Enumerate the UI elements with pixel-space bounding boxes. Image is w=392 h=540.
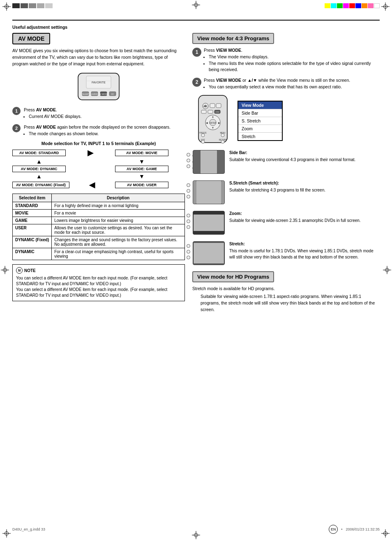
svg-rect-16	[210, 104, 215, 108]
menu-item-zoom: Zoom	[238, 125, 282, 133]
flow-row-2: AV MODE: DYNAMIC ▶ AV MODE: GAME	[12, 166, 168, 172]
table-header-desc: Description	[52, 194, 185, 202]
view-mode-hd-heading-box: View mode for HD Programs	[192, 271, 380, 282]
tv-circle	[187, 195, 190, 198]
reg-mark-center-right	[383, 266, 391, 274]
tv-diagram-stretch: Stretch: This mode is useful for 1.78:1 …	[192, 241, 380, 266]
right-column: View mode for 4:3 Programs 1 Press VIEW …	[192, 33, 380, 313]
svg-text:▲: ▲	[212, 115, 214, 118]
page: Useful adjustment settings AV MODE AV MO…	[0, 0, 392, 540]
table-cell-desc: Allows the user to customize settings as…	[52, 224, 185, 236]
svg-text:SLEEP: SLEEP	[82, 93, 89, 95]
color-bar	[21, 3, 28, 8]
svg-text:VIEW: VIEW	[215, 111, 219, 113]
note-text: You can select a different AV MODE item …	[16, 275, 181, 287]
step1-content: Press AV MODE. Current AV MODE displays.	[24, 107, 82, 120]
tv-screen-zoom-wrap	[192, 210, 225, 236]
right-step2-bullet: You can sequentially select a view mode …	[209, 84, 350, 90]
svg-rect-47	[196, 181, 221, 204]
note-title: N NOTE	[16, 267, 181, 274]
tv-desc-stretch: Stretch: This mode is useful for 1.78:1 …	[229, 241, 380, 260]
svg-point-31	[201, 134, 205, 137]
right-step2-bold2: ▲/▼	[247, 78, 257, 83]
color-bar	[368, 3, 374, 8]
table-row: DYNAMIC (Fixed) Changes the image and so…	[13, 236, 185, 248]
step2-bold: AV MODE	[36, 125, 56, 129]
arrow-up-left2: ▲	[12, 173, 66, 180]
svg-rect-38	[193, 150, 201, 173]
flow-diagram: AV MODE: STANDARD ▶ AV MODE: MOVIE ▲ ▼ A…	[12, 148, 168, 189]
tv-circle	[187, 225, 190, 229]
svg-rect-49	[193, 211, 224, 215]
sstretch-desc-title: S.Stretch (Smart stretch):	[229, 180, 380, 186]
table-row: USER Allows the user to customize settin…	[13, 224, 185, 236]
flow-cell-dynamic: AV MODE: DYNAMIC	[12, 166, 66, 172]
table-cell-item: MOVIE	[13, 210, 52, 217]
view-mode-menu: View Mode Side Bar S. Stretch Zoom Stret…	[238, 101, 283, 141]
tv-circles-sidebar	[187, 153, 190, 168]
tv-desc-sstretch: S.Stretch (Smart stretch): Suitable for …	[229, 180, 380, 193]
tv-diagram-sstretch: S.Stretch (Smart stretch): Suitable for …	[192, 180, 380, 205]
svg-point-35	[201, 140, 205, 143]
tv-circles-zoom	[187, 214, 190, 229]
step2-text2: again before the mode displayed on the s…	[56, 125, 171, 129]
svg-text:REC: REC	[203, 105, 208, 108]
sidebar-desc-text: Suitable for viewing conventional 4:3 pr…	[229, 157, 380, 163]
view-mode-hd-box: View mode for HD Programs	[192, 271, 274, 282]
right-step2-num: 2	[192, 78, 201, 87]
tv-diagram-zoom: Zoom: Suitable for viewing wide-screen 2…	[192, 210, 380, 236]
color-bar	[374, 3, 380, 8]
svg-rect-45	[193, 181, 196, 204]
tv-circle	[187, 183, 190, 187]
tv-screen-stretch-wrap	[192, 241, 225, 266]
tv-circle	[187, 159, 190, 162]
svg-rect-52	[193, 242, 224, 243]
right-step1-bullet2: The menu lists the view mode options sel…	[209, 60, 380, 74]
color-bar	[349, 3, 355, 8]
columns-wrapper: AV MODE AV MODE gives you six viewing op…	[12, 33, 380, 313]
remote-right-illustration: REC VIEW ▲ ▼	[192, 95, 233, 145]
tv-diagram-sidebar: Side Bar: Suitable for viewing conventio…	[192, 150, 380, 175]
svg-point-36	[221, 140, 224, 143]
flow-arrows-v1: ▲ ▼	[12, 158, 168, 165]
remote-illustration-area: SLEEP AUDIO AV MODE CC FAVORITE	[12, 71, 185, 103]
step2: 2 Press AV MODE again before the mode di…	[12, 124, 185, 137]
flow-cell-movie: AV MODE: MOVIE	[115, 150, 168, 156]
svg-text:AV MODE: AV MODE	[99, 93, 108, 95]
svg-rect-51	[193, 242, 224, 265]
step1-text: Press	[24, 107, 36, 112]
color-bar	[12, 3, 20, 8]
right-step1-bullet1: The View mode menu displays.	[209, 54, 380, 60]
arrow-down-right: ▼	[115, 158, 168, 165]
table-cell-desc: Changes the image and sound settings to …	[52, 236, 185, 248]
step2-content: Press AV MODE again before the mode disp…	[24, 124, 171, 137]
footer: D40U_en_g.indd 33 EN • 2006/01/23 11:32:…	[0, 525, 392, 534]
svg-text:▶: ▶	[218, 122, 220, 124]
hd-text2: Suitable for viewing wide-screen 1.78:1 …	[201, 293, 380, 313]
table-cell-item: DYNAMIC (Fixed)	[13, 236, 52, 248]
tv-circle	[187, 153, 190, 157]
remote-right-svg: REC VIEW ▲ ▼	[192, 95, 233, 144]
remote-menu-area: REC VIEW ▲ ▼	[192, 95, 380, 145]
right-step2-text: Press	[204, 78, 216, 83]
tv-screen-sidebar-wrap	[192, 150, 225, 175]
note-label: NOTE	[24, 268, 36, 273]
arrow-up-left: ▲	[12, 158, 66, 165]
flow-cell-user: AV MODE: USER	[115, 182, 168, 188]
tv-screen-sidebar-svg	[192, 150, 225, 174]
arrow-right-1: ▶	[88, 148, 93, 157]
svg-text:FAVORITE: FAVORITE	[92, 81, 106, 84]
svg-text:◀: ◀	[206, 122, 208, 124]
color-bar	[331, 3, 337, 8]
color-bar	[362, 3, 367, 8]
svg-rect-19	[208, 110, 213, 113]
step1: 1 Press AV MODE. Current AV MODE display…	[12, 107, 185, 120]
useful-title: Useful adjustment settings	[12, 25, 380, 30]
color-bar	[29, 3, 36, 8]
note-text-content: You can select a different AV MODE item …	[16, 287, 181, 298]
main-content: Useful adjustment settings AV MODE AV MO…	[12, 20, 380, 313]
table-row: GAME Lowers image brightness for easier …	[13, 217, 185, 224]
tv-screen-sstretch-svg	[192, 180, 225, 205]
arrow-down-right2: ▼	[115, 173, 168, 180]
svg-rect-40	[201, 150, 217, 173]
